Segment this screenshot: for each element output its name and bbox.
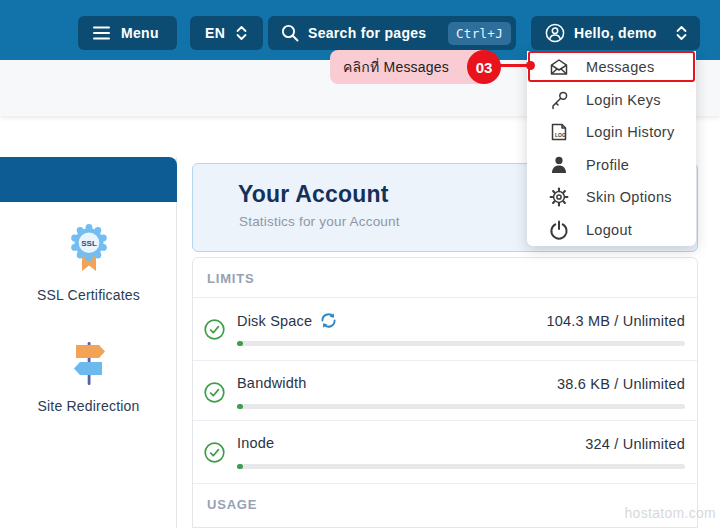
menu-item-logout[interactable]: Logout xyxy=(527,214,696,247)
sidebar-card-header xyxy=(0,157,177,202)
menu-item-login-keys[interactable]: Login Keys xyxy=(527,84,696,117)
usage-section-header: USAGE xyxy=(193,484,697,528)
keyboard-shortcut-badge: Ctrl+J xyxy=(448,22,511,45)
annotation-step-badge: 03 xyxy=(467,50,501,84)
refresh-icon[interactable] xyxy=(320,312,337,329)
limits-section-header: LIMITS xyxy=(193,258,697,298)
watermark: hostatom.com xyxy=(624,505,716,521)
sidebar-item-site-redirection[interactable]: Site Redirection xyxy=(0,339,177,414)
svg-text:SSL: SSL xyxy=(81,239,97,248)
sidebar-card: SSL SSL Certificates Site Redirection xyxy=(0,157,177,528)
page-subtitle: Statistics for your Account xyxy=(239,214,400,229)
progress-fill xyxy=(237,464,243,469)
stat-value: 324 / Unlimited xyxy=(585,436,685,452)
sidebar-item-ssl-certificates[interactable]: SSL SSL Certificates xyxy=(0,224,177,303)
sidebar-item-label: Site Redirection xyxy=(37,398,139,414)
menu-item-label: Login History xyxy=(586,124,675,140)
power-icon xyxy=(549,220,569,240)
search-icon xyxy=(281,24,299,42)
page-title: Your Account xyxy=(238,181,389,208)
log-document-icon: LOG xyxy=(549,122,569,142)
annotation-tooltip-text: คลิกที่ Messages xyxy=(343,56,449,78)
check-circle-icon xyxy=(204,319,225,340)
stat-row-disk-space: Disk Space 104.3 MB / Unlimited xyxy=(193,298,697,361)
check-circle-icon xyxy=(204,382,225,403)
menu-item-login-history[interactable]: LOG Login History xyxy=(527,116,696,149)
stat-row-bandwidth: Bandwidth 38.6 KB / Unlimited xyxy=(193,361,697,421)
chevron-up-down-icon xyxy=(675,25,688,41)
bandwidth-progress-bar xyxy=(237,404,685,409)
stat-label: Bandwidth xyxy=(237,375,307,391)
language-selector[interactable]: EN xyxy=(190,16,263,50)
usage-section-label: USAGE xyxy=(207,497,257,512)
gear-icon xyxy=(549,187,569,207)
search-button[interactable]: Search for pages Ctrl+J xyxy=(268,16,516,50)
stat-value: 104.3 MB / Unlimited xyxy=(546,313,685,329)
menu-item-label: Logout xyxy=(586,222,632,238)
annotation-connector-dot xyxy=(526,61,535,70)
annotation-highlight-rect xyxy=(528,51,695,82)
search-label: Search for pages xyxy=(308,25,426,41)
stat-value: 38.6 KB / Unlimited xyxy=(557,376,685,392)
account-statistics-card: LIMITS Disk Space 104.3 MB / Unlimited xyxy=(192,257,698,528)
key-icon xyxy=(549,90,569,110)
person-icon xyxy=(549,155,569,175)
screen: Menu EN Search for pages Ctrl+J Hello, xyxy=(0,0,720,528)
sidebar-item-label: SSL Certificates xyxy=(37,287,140,303)
limits-section-label: LIMITS xyxy=(207,271,254,286)
user-label: Hello, demo xyxy=(574,25,657,41)
svg-text:LOG: LOG xyxy=(555,132,566,138)
user-icon xyxy=(545,23,565,43)
menu-button[interactable]: Menu xyxy=(78,16,177,50)
stat-label: Inode xyxy=(237,435,274,451)
disk-space-progress-bar xyxy=(237,341,685,346)
menu-item-label: Skin Options xyxy=(586,189,672,205)
inode-progress-bar xyxy=(237,464,685,469)
check-circle-icon xyxy=(204,442,225,463)
menu-item-profile[interactable]: Profile xyxy=(527,149,696,182)
hamburger-icon xyxy=(93,26,110,40)
language-label: EN xyxy=(205,25,225,41)
menu-button-label: Menu xyxy=(121,25,159,41)
signpost-icon xyxy=(67,339,111,387)
stat-row-inode: Inode 324 / Unlimited xyxy=(193,421,697,484)
ssl-badge-icon: SSL xyxy=(67,224,111,276)
progress-fill xyxy=(237,341,243,346)
progress-fill xyxy=(237,404,243,409)
menu-item-skin-options[interactable]: Skin Options xyxy=(527,181,696,214)
stat-label: Disk Space xyxy=(237,313,312,329)
menu-item-label: Login Keys xyxy=(586,92,661,108)
chevron-up-down-icon xyxy=(235,25,248,41)
user-menu-button[interactable]: Hello, demo xyxy=(531,16,700,50)
menu-item-label: Profile xyxy=(586,157,629,173)
